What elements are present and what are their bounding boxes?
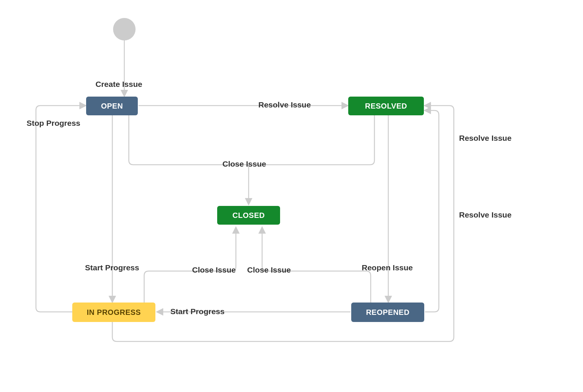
state-closed-label: CLOSED bbox=[233, 211, 265, 220]
start-node bbox=[113, 18, 136, 40]
label-close-inprog: Close Issue bbox=[192, 265, 236, 274]
label-resolve-open: Resolve Issue bbox=[258, 100, 311, 109]
edge-close-resolved-branch bbox=[249, 115, 374, 165]
state-closed: CLOSED bbox=[217, 206, 280, 225]
edge-close-open-branch bbox=[129, 115, 249, 165]
state-in-progress: IN PROGRESS bbox=[72, 303, 155, 322]
state-in-progress-label: IN PROGRESS bbox=[87, 308, 141, 317]
label-resolve-reopened: Resolve Issue bbox=[459, 134, 511, 143]
edge-resolve-reopened bbox=[425, 110, 439, 312]
edge-close-reopened bbox=[262, 228, 371, 303]
label-reopen-issue: Reopen Issue bbox=[362, 263, 413, 272]
workflow-diagram: OPEN RESOLVED CLOSED IN PROGRESS REOPENE… bbox=[0, 0, 583, 392]
state-resolved: RESOLVED bbox=[348, 97, 424, 115]
edge-close-inprog bbox=[144, 228, 236, 303]
label-stop-progress: Stop Progress bbox=[27, 119, 81, 128]
state-reopened-label: REOPENED bbox=[366, 308, 409, 317]
edge-stop-progress bbox=[36, 106, 85, 312]
label-close-issue-top: Close Issue bbox=[222, 159, 266, 168]
label-create-issue: Create Issue bbox=[95, 80, 142, 89]
label-close-reopened: Close Issue bbox=[247, 265, 291, 274]
edges-layer bbox=[0, 0, 583, 392]
label-start-open: Start Progress bbox=[85, 263, 139, 272]
state-open: OPEN bbox=[86, 97, 138, 115]
label-resolve-inprog: Resolve Issue bbox=[459, 210, 511, 219]
state-open-label: OPEN bbox=[101, 102, 123, 110]
label-start-reopened: Start Progress bbox=[170, 307, 225, 316]
state-resolved-label: RESOLVED bbox=[365, 102, 407, 110]
state-reopened: REOPENED bbox=[351, 303, 424, 322]
